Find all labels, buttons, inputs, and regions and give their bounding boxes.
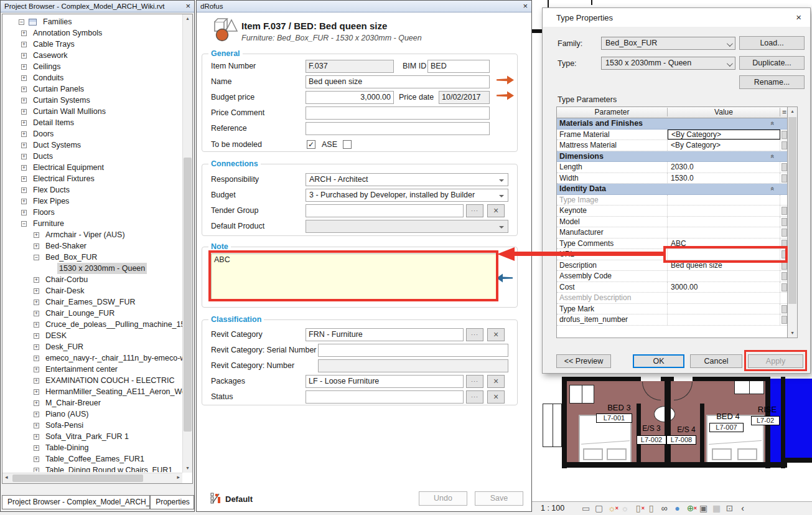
clear-icon[interactable]: × bbox=[487, 390, 505, 404]
expand-icon[interactable]: + bbox=[34, 445, 39, 451]
tree-item-label[interactable]: Chair-Corbu bbox=[44, 274, 90, 285]
expand-icon[interactable]: + bbox=[34, 232, 39, 238]
tree-item[interactable]: +Detail Items bbox=[2, 117, 182, 128]
expand-icon[interactable]: + bbox=[21, 64, 27, 70]
project-browser-titlebar[interactable]: Project Browser - Complex_Model_ARCH_Wik… bbox=[1, 1, 194, 12]
scroll-down-icon[interactable]: ▾ bbox=[183, 464, 192, 473]
detail-level-icon[interactable]: ▭ bbox=[581, 503, 591, 514]
tree-item-label[interactable]: HermanMiller_Seating_AE11_Aeron_Work bbox=[44, 386, 182, 397]
expand-icon[interactable]: + bbox=[34, 333, 39, 339]
rename-button[interactable]: Rename... bbox=[739, 75, 805, 89]
parameter-row[interactable]: DescriptionBed queen size bbox=[557, 260, 787, 272]
shadows-icon[interactable]: ☼ bbox=[620, 503, 630, 514]
tree-item[interactable]: +Conduits bbox=[2, 72, 182, 83]
tree-item[interactable]: +Electrical Fixtures bbox=[2, 173, 182, 184]
expand-icon[interactable]: + bbox=[34, 434, 39, 440]
associate-parameter-button[interactable] bbox=[782, 218, 787, 226]
show-crop-region-icon[interactable]: ▯ bbox=[646, 503, 656, 514]
expand-icon[interactable]: + bbox=[34, 356, 39, 361]
close-icon[interactable]: × bbox=[796, 12, 801, 22]
tree-item[interactable]: +Table-Dining bbox=[2, 442, 182, 453]
parameter-row[interactable]: drofus_item_number bbox=[557, 314, 787, 326]
price-comment-field[interactable] bbox=[306, 106, 490, 120]
parameter-row[interactable]: Type Image bbox=[557, 195, 787, 206]
default-product-dropdown[interactable] bbox=[306, 220, 508, 233]
scroll-right-icon[interactable]: ▸ bbox=[177, 474, 180, 480]
tree-item[interactable]: +Annotation Symbols bbox=[2, 27, 182, 39]
tree-item[interactable]: +Ducts bbox=[2, 151, 182, 162]
parameter-row[interactable]: Width1530.0 bbox=[557, 173, 787, 184]
apply-button[interactable]: Apply bbox=[748, 354, 803, 368]
sun-path-icon[interactable]: ☼× bbox=[607, 503, 617, 514]
parameter-group-row[interactable]: Materials and Finishes« bbox=[557, 118, 787, 130]
collapse-icon[interactable]: − bbox=[19, 19, 24, 25]
tree-item-label[interactable]: Bed-Shaker bbox=[44, 240, 88, 252]
parameter-row[interactable]: Cost3000.00 bbox=[557, 282, 787, 293]
expand-icon[interactable]: + bbox=[21, 176, 27, 182]
parameter-value[interactable] bbox=[668, 293, 780, 303]
tree-item[interactable]: +Flex Pipes bbox=[2, 196, 182, 207]
expand-icon[interactable]: + bbox=[21, 131, 27, 137]
parameter-row[interactable]: Frame Material<By Category> bbox=[557, 130, 787, 141]
associate-parameter-button[interactable] bbox=[782, 131, 787, 139]
tree-item-label[interactable]: Table-Dining bbox=[44, 442, 90, 453]
to-be-modeled-checkbox[interactable]: ✓ bbox=[307, 140, 315, 149]
parameter-value[interactable] bbox=[668, 271, 780, 281]
tree-item[interactable]: +Sofa-Pensi bbox=[2, 420, 182, 431]
parameter-value[interactable]: Bed queen size bbox=[668, 260, 780, 271]
revit-number-field[interactable] bbox=[318, 359, 508, 372]
tree-item-label[interactable]: Desk_FUR bbox=[44, 341, 85, 352]
expand-icon[interactable]: + bbox=[34, 378, 39, 384]
tree-item[interactable]: +Chair_Eames_DSW_FUR bbox=[2, 296, 182, 308]
revit-serial-field[interactable] bbox=[318, 344, 508, 357]
tree-item[interactable]: +Curtain Panels bbox=[2, 83, 182, 95]
tree-item-label[interactable]: Chair-Desk bbox=[44, 285, 86, 296]
tree-item[interactable]: +Casework bbox=[2, 50, 182, 61]
clear-icon[interactable]: × bbox=[487, 328, 505, 341]
collapse-icon[interactable]: − bbox=[34, 255, 39, 260]
tree-item[interactable]: +Table_Coffee_Eames_FUR1 bbox=[2, 453, 182, 465]
close-icon[interactable]: × bbox=[185, 1, 190, 12]
associate-parameter-button[interactable] bbox=[782, 240, 787, 248]
tree-item-label[interactable]: Families bbox=[41, 16, 74, 27]
associate-parameter-button[interactable] bbox=[782, 305, 787, 313]
expand-icon[interactable]: + bbox=[21, 165, 27, 171]
parameter-row[interactable]: Keynote bbox=[557, 206, 787, 217]
duplicate-button[interactable]: Duplicate... bbox=[739, 56, 805, 70]
tree-item[interactable]: +Entertainment center bbox=[2, 364, 182, 375]
undo-button[interactable]: Undo bbox=[419, 491, 467, 506]
tree-item[interactable]: 1530 x 2030mm - Queen bbox=[2, 263, 182, 274]
parameter-group-row[interactable]: Dimensions« bbox=[557, 151, 787, 163]
parameter-value[interactable]: <By Category> bbox=[668, 140, 780, 151]
associate-parameter-button[interactable] bbox=[782, 207, 787, 215]
parameter-value[interactable]: <By Category> bbox=[668, 130, 780, 140]
tab-project-browser[interactable]: Project Browser - Complex_Model_ARCH_Wi.… bbox=[2, 495, 150, 509]
tree-item[interactable]: +Curtain Systems bbox=[2, 95, 182, 106]
tree-item-label[interactable]: Entertainment center bbox=[44, 364, 119, 375]
parameter-group-row[interactable]: Identity Data« bbox=[557, 184, 787, 195]
tree-item[interactable]: +Piano (AUS) bbox=[2, 409, 182, 420]
parameter-row[interactable]: Assembly Code bbox=[557, 271, 787, 282]
tree-item-label[interactable]: 1530 x 2030mm - Queen bbox=[57, 263, 147, 274]
tree-item-label[interactable]: Table_Dining Round w Chairs_FUR1 bbox=[44, 465, 174, 472]
associate-parameter-button[interactable] bbox=[782, 283, 787, 291]
clear-icon[interactable]: × bbox=[487, 204, 505, 217]
browse-icon[interactable]: ··· bbox=[466, 375, 483, 388]
tree-item[interactable]: −Families bbox=[2, 16, 182, 27]
associate-parameter-button[interactable] bbox=[782, 262, 787, 270]
tree-item[interactable]: +Cruce_de_poleas__Pulling_machine_1550 bbox=[2, 319, 182, 330]
reference-field[interactable] bbox=[306, 122, 490, 135]
parameter-value[interactable] bbox=[668, 206, 780, 216]
parameter-value[interactable] bbox=[668, 217, 780, 227]
tender-group-field[interactable] bbox=[306, 204, 464, 217]
item-number-field[interactable]: F.037 bbox=[306, 60, 394, 73]
tree-item-label[interactable]: Chair_Lounge_FUR bbox=[44, 308, 116, 319]
tree-item[interactable]: +Cable Trays bbox=[2, 39, 182, 50]
tree-item-label[interactable]: Cable Trays bbox=[31, 39, 77, 50]
preview-button[interactable]: << Preview bbox=[556, 354, 611, 368]
associate-parameter-button[interactable] bbox=[782, 141, 787, 149]
expand-icon[interactable]: + bbox=[21, 98, 27, 103]
tree-item[interactable]: +Chair_Lounge_FUR bbox=[2, 308, 182, 319]
tree-item-label[interactable]: Ceilings bbox=[31, 61, 62, 72]
expand-icon[interactable]: + bbox=[34, 456, 39, 462]
